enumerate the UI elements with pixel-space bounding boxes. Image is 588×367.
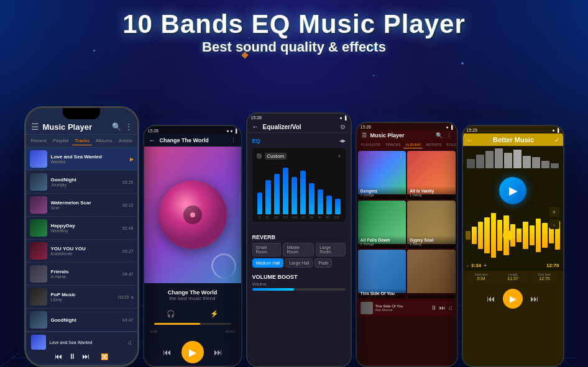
reverb-small-room[interactable]: Small Room xyxy=(252,243,282,256)
tab-playlists[interactable]: PLAYLISTS xyxy=(359,142,383,148)
plus-icon-time[interactable]: + xyxy=(484,262,487,269)
albums-player-bar: This Side Of You Alex Monroe ⏸ ⏭ ♫ xyxy=(357,299,457,317)
reverb-middle-room[interactable]: Middle Room xyxy=(283,243,314,256)
song-duration: 04:47 xyxy=(122,272,134,276)
play-btn-2[interactable]: ▶ xyxy=(181,341,204,363)
more-icon[interactable]: ⋮ xyxy=(125,122,132,131)
eq-bar-1k[interactable] xyxy=(300,171,306,214)
eq-bar-4k[interactable] xyxy=(318,189,323,214)
phone2-controls-area: 🎧 ⚡ 0:00 03:52 xyxy=(144,307,241,336)
more-icon-2[interactable]: ⋮ xyxy=(231,137,236,143)
list-item[interactable]: GoodNight 04:47 xyxy=(26,309,137,332)
progress-bar[interactable] xyxy=(154,323,231,325)
eq-bar-62[interactable] xyxy=(265,180,271,214)
reverb-plate[interactable]: Plate xyxy=(315,258,332,268)
eq-bar-fill xyxy=(283,168,288,214)
list-item[interactable]: HappyDay WestBoy 02:49 xyxy=(26,217,137,240)
album-name: All Falls Down xyxy=(361,238,404,242)
zoom-in-btn[interactable]: + xyxy=(549,207,559,217)
player-bar-thumb xyxy=(361,302,373,314)
search-icon[interactable]: 🔍 xyxy=(112,122,121,131)
list-item[interactable]: YOU YOU YOU Kobibliente 03:27 xyxy=(26,240,137,263)
album-item-falls[interactable]: All Falls Down 2 Songs ⋮ xyxy=(358,201,407,249)
wf-bar xyxy=(530,225,535,245)
headphone-icon-btn[interactable]: 🎧 xyxy=(167,310,175,318)
playlist-icon[interactable]: ♫ xyxy=(127,339,132,346)
loop-icon[interactable]: 🔀 xyxy=(101,353,108,360)
phone-albums-screen: 15:28 ● ▐ ☰ Music Player 🔍 ⋮ PLAYLISTS T… xyxy=(357,123,457,366)
wf-bar xyxy=(542,223,547,248)
eq-toggle[interactable]: ◀▶ xyxy=(339,138,346,143)
song-info: GoodNight Jounijay xyxy=(51,177,119,187)
main-play-button[interactable]: ▶ xyxy=(499,177,526,204)
eq-bar-125[interactable] xyxy=(274,174,280,214)
album-item-bangerz[interactable]: Bangerz 3 Songs ⋮ xyxy=(358,151,407,199)
seek-dot-wf[interactable] xyxy=(503,230,513,240)
album-item-person[interactable] xyxy=(407,250,456,298)
more-icon-albums[interactable]: ⋮ xyxy=(446,132,452,138)
prev-button[interactable]: ⏮ xyxy=(55,352,62,361)
prev-5[interactable]: ⏮ xyxy=(487,294,495,304)
eq-preset-label[interactable]: Custom xyxy=(265,153,287,160)
song-thumbnail xyxy=(30,150,47,168)
album-more-icon[interactable]: ⋮ xyxy=(398,153,403,160)
minus-icon-time[interactable]: - xyxy=(467,262,469,269)
tab-artists-albums[interactable]: ARTISTS xyxy=(424,142,443,148)
play-5[interactable]: ▶ xyxy=(503,289,523,309)
prev-btn-2[interactable]: ⏮ xyxy=(163,347,172,357)
list-item[interactable]: GoodNight Jounijay 03:20 xyxy=(26,171,137,194)
player-controls: ⏮ ⏸ ⏭ 🔀 xyxy=(31,352,132,361)
tab-tracks[interactable]: Tracks xyxy=(72,137,92,145)
zoom-out-btn[interactable]: - xyxy=(549,219,559,229)
tab-tracks-albums[interactable]: TRACKS xyxy=(384,142,402,148)
eq-bar-2k[interactable] xyxy=(309,183,315,214)
preset-arrow[interactable]: ▼ xyxy=(338,154,342,158)
eq-bar-fill xyxy=(300,171,306,214)
reverb-large-room[interactable]: Large Room xyxy=(316,243,345,256)
album-more-icon[interactable]: ⋮ xyxy=(398,203,403,209)
album-item-side[interactable]: This Side Of You xyxy=(358,250,407,298)
menu-icon-albums[interactable]: ☰ xyxy=(362,132,367,138)
tab-playlist[interactable]: Playlist xyxy=(50,137,71,145)
eq-bar-250[interactable] xyxy=(283,168,288,214)
tab-artists[interactable]: Artists xyxy=(116,137,135,145)
eq-section: EQ ◀▶ ⚫ Custom ▼ xyxy=(247,133,351,230)
eq-bar-16k[interactable] xyxy=(335,199,341,214)
eq-bar-500[interactable] xyxy=(292,177,297,214)
check-icon-5[interactable]: ✓ xyxy=(554,137,559,143)
volume-bar[interactable] xyxy=(252,288,346,291)
eq-bar-31[interactable] xyxy=(257,193,263,214)
next-btn-2[interactable]: ⏭ xyxy=(214,347,223,357)
tab-folders[interactable]: FOLD... xyxy=(444,142,456,148)
search-icon-albums[interactable]: 🔍 xyxy=(436,132,443,138)
menu-icon[interactable]: ☰ xyxy=(31,122,39,132)
album-item-gypsy[interactable]: Gypsy Soul 1 Song xyxy=(407,201,456,249)
list-item[interactable]: Friends A HaHa 04:47 xyxy=(26,263,137,286)
list-item[interactable]: Love and Sea Wanted Wanted ▶ xyxy=(26,148,137,171)
back-icon-eq[interactable]: ← xyxy=(252,123,259,130)
reverb-large-hall[interactable]: Large Hall xyxy=(285,258,313,268)
list-item[interactable]: PoP Music Libiriy 03:25 ⚙ xyxy=(26,286,137,309)
next-icon-albums[interactable]: ⏭ xyxy=(439,304,446,311)
album-cover-person xyxy=(407,250,456,293)
album-item-vanity[interactable]: All Is Vanity 1 Song xyxy=(407,151,456,199)
next-button[interactable]: ⏭ xyxy=(82,352,90,361)
album-overlay: All Is Vanity 1 Song xyxy=(407,186,456,199)
phone-better-music: 15:29 ● ▐ ← Better Music ✓ xyxy=(462,125,564,367)
pause-button[interactable]: ⏸ xyxy=(68,352,76,361)
eq-bar-8k[interactable] xyxy=(326,196,332,214)
next-5[interactable]: ⏭ xyxy=(530,294,539,304)
tab-recent[interactable]: Recent xyxy=(29,137,49,145)
pause-icon-albums[interactable]: ⏸ xyxy=(431,304,437,311)
tab-albums-active[interactable]: ALBUMS xyxy=(403,142,423,148)
eq-bar-fill xyxy=(274,174,280,214)
list-item[interactable]: Watermelon Scar Scar 00:15 xyxy=(26,194,137,217)
tab-albums[interactable]: Albums xyxy=(93,137,115,145)
settings-icon-eq[interactable]: ⚙ xyxy=(340,124,346,130)
freq-display xyxy=(463,146,563,171)
eq-icon-btn[interactable]: ⚡ xyxy=(210,310,219,318)
back-icon[interactable]: ← xyxy=(149,137,156,144)
reverb-medium-hall[interactable]: Medium Hall xyxy=(252,258,284,268)
playlist-icon-albums[interactable]: ♫ xyxy=(448,304,453,311)
back-icon-5[interactable]: ← xyxy=(467,137,473,143)
